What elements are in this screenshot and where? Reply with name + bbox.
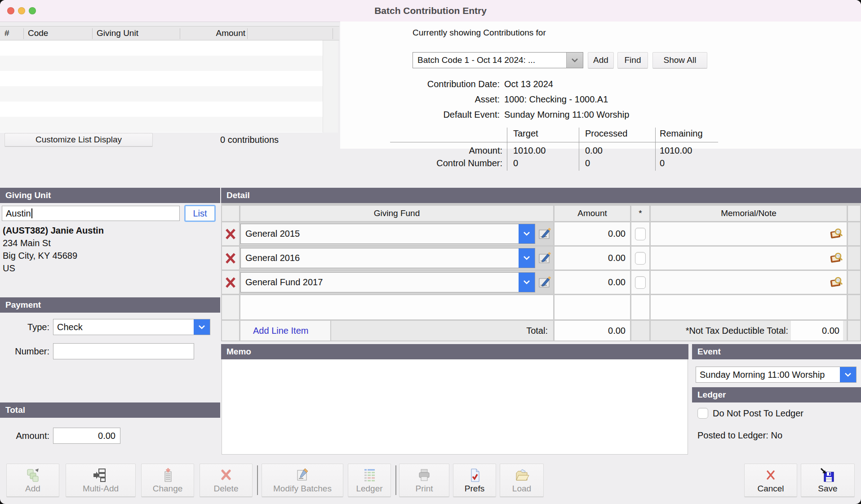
memorial-lookup-icon[interactable] xyxy=(830,252,843,264)
not-deductible-checkbox[interactable] xyxy=(635,276,646,289)
contribution-list[interactable] xyxy=(0,40,323,133)
delete-x-icon xyxy=(225,228,236,240)
cancel-button[interactable]: Cancel xyxy=(744,464,797,497)
payment-type-value: Check xyxy=(57,319,83,335)
memo-textarea[interactable] xyxy=(222,359,688,455)
default-event-value: Sunday Morning 11:00 Worship xyxy=(504,110,629,120)
load-button[interactable]: Load xyxy=(500,464,544,497)
ledger-icon xyxy=(361,468,377,483)
col-giving-unit: Giving Unit xyxy=(97,27,138,41)
memorial-lookup-icon[interactable] xyxy=(830,227,843,240)
save-icon xyxy=(820,468,836,483)
total-amount-input[interactable]: 0.00 xyxy=(53,428,120,444)
payment-type-label: Type: xyxy=(0,319,49,335)
minimize-window-icon[interactable] xyxy=(18,7,25,14)
toolbar-separator xyxy=(395,465,396,495)
summary-amount-remaining: 1010.00 xyxy=(660,146,692,156)
batch-add-button[interactable]: Add xyxy=(588,52,614,68)
col-number: # xyxy=(4,27,9,41)
line-amount-field[interactable]: 0.00 xyxy=(555,247,630,270)
edit-fund-icon[interactable] xyxy=(538,227,551,240)
customize-list-display-button[interactable]: Customize List Display xyxy=(4,133,153,146)
posted-to-ledger-text: Posted to Ledger: No xyxy=(697,430,782,441)
change-icon xyxy=(160,468,176,483)
chevron-down-icon[interactable] xyxy=(519,273,535,292)
do-not-post-label: Do Not Post To Ledger xyxy=(713,408,803,419)
ntd-total-value: 0.00 xyxy=(791,321,843,340)
fund-select-value: General 2016 xyxy=(245,253,300,263)
giving-unit-address3: US xyxy=(3,263,15,274)
fund-select[interactable]: General 2015 xyxy=(240,224,535,244)
delete-line-button[interactable] xyxy=(222,247,239,270)
fund-select[interactable]: General 2016 xyxy=(240,248,535,268)
batch-contribution-entry-window: Batch Contribution Entry # Code Giving U… xyxy=(0,0,861,504)
giving-unit-search-input[interactable]: Austin xyxy=(2,206,180,221)
payment-number-input[interactable] xyxy=(53,343,194,359)
detail-col-memorial: Memorial/Note xyxy=(651,206,847,221)
delete-button[interactable]: Delete xyxy=(200,464,253,497)
col-code: Code xyxy=(28,27,48,41)
prefs-button[interactable]: Prefs xyxy=(453,464,496,497)
contribution-count: 0 contributions xyxy=(193,135,306,145)
chevron-down-icon[interactable] xyxy=(840,367,856,382)
multi-add-icon xyxy=(93,468,109,483)
batch-show-all-button[interactable]: Show All xyxy=(652,52,707,68)
contribution-list-header: # Code Giving Unit Amount xyxy=(0,26,339,40)
event-header: Event xyxy=(692,344,861,359)
batch-select[interactable]: Batch Code 1 - Oct 14 2024: ... xyxy=(413,52,583,68)
line-amount-field[interactable]: 0.00 xyxy=(555,222,630,245)
edit-fund-icon[interactable] xyxy=(538,275,551,289)
giving-unit-list-button[interactable]: List xyxy=(184,205,216,222)
chevron-down-icon[interactable] xyxy=(519,224,535,243)
close-window-icon[interactable] xyxy=(7,7,14,14)
memorial-note-field[interactable] xyxy=(651,222,847,245)
memorial-lookup-icon[interactable] xyxy=(830,276,843,288)
giving-unit-address1: 234 Main St xyxy=(3,238,51,248)
fund-select[interactable]: General Fund 2017 xyxy=(240,272,535,292)
chevron-down-icon[interactable] xyxy=(194,319,210,335)
add-line-item-link[interactable]: Add Line Item xyxy=(253,321,308,340)
summary-amount-label: Amount: xyxy=(390,146,502,156)
batch-find-button[interactable]: Find xyxy=(617,52,648,68)
load-icon xyxy=(514,468,530,483)
delete-line-button[interactable] xyxy=(222,222,239,245)
detail-col-star: * xyxy=(631,206,649,221)
giving-unit-name: (AUST382) Janie Austin xyxy=(3,225,104,236)
line-amount-field[interactable]: 0.00 xyxy=(555,271,630,294)
batch-panel-heading: Currently showing Contributions for xyxy=(413,28,546,38)
ledger-button[interactable]: Ledger xyxy=(348,464,391,497)
summary-control-label: Control Number: xyxy=(390,158,502,168)
not-deductible-checkbox[interactable] xyxy=(635,252,646,265)
add-button[interactable]: Add xyxy=(6,464,59,497)
contribution-list-scrollbar[interactable] xyxy=(323,40,338,133)
not-deductible-checkbox[interactable] xyxy=(635,228,646,240)
change-button[interactable]: Change xyxy=(141,464,194,497)
delete-icon xyxy=(218,468,234,483)
window-title: Batch Contribution Entry xyxy=(0,0,861,22)
event-select[interactable]: Sunday Morning 11:00 Worship xyxy=(696,367,857,383)
delete-line-button[interactable] xyxy=(222,271,239,294)
summary-control-remaining: 0 xyxy=(660,158,665,168)
memorial-note-field[interactable] xyxy=(651,271,847,294)
chevron-down-icon[interactable] xyxy=(566,53,583,68)
default-event-label: Default Event: xyxy=(342,110,500,120)
payment-type-select[interactable]: Check xyxy=(53,319,210,335)
chevron-down-icon[interactable] xyxy=(519,248,535,268)
do-not-post-checkbox[interactable] xyxy=(697,408,708,419)
modify-batches-icon xyxy=(294,468,311,483)
asset-value: 1000: Checking - 1000.A1 xyxy=(504,94,608,105)
summary-amount-target: 1010.00 xyxy=(513,146,546,156)
multi-add-button[interactable]: Multi-Add xyxy=(66,464,136,497)
memorial-note-field[interactable] xyxy=(651,247,847,270)
cancel-icon xyxy=(763,468,779,483)
ntd-total-label: *Not Tax Deductible Total: xyxy=(651,321,788,340)
summary-amount-processed: 0.00 xyxy=(585,146,603,156)
save-button[interactable]: Save xyxy=(801,464,855,497)
zoom-window-icon[interactable] xyxy=(29,7,36,14)
edit-fund-icon[interactable] xyxy=(538,251,551,265)
asset-label: Asset: xyxy=(342,94,500,105)
modify-batches-button[interactable]: Modify Batches xyxy=(262,464,343,497)
contribution-date-label: Contribution Date: xyxy=(342,79,500,89)
col-amount: Amount xyxy=(180,27,245,41)
print-button[interactable]: Print xyxy=(399,464,449,497)
